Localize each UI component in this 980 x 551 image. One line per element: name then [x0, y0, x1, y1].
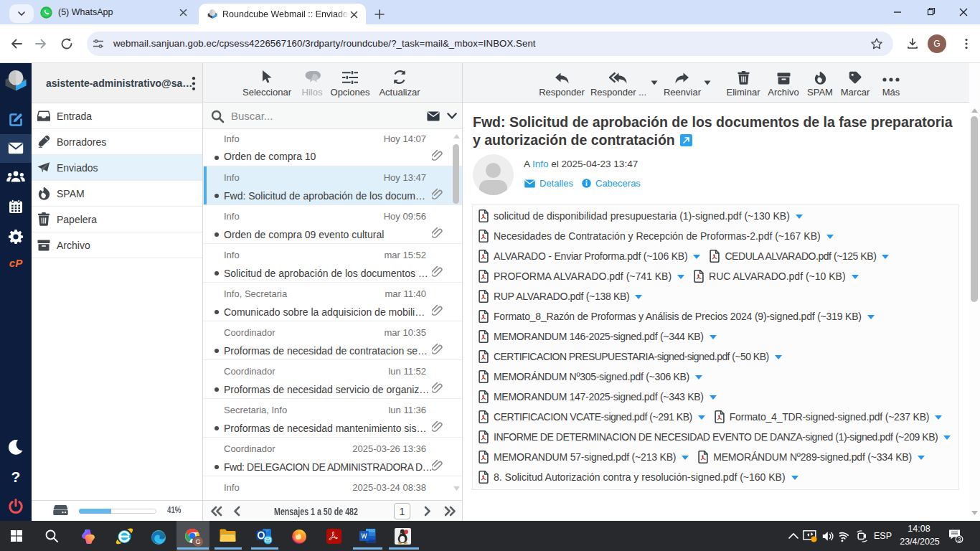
svg-text:3: 3 [957, 536, 961, 543]
